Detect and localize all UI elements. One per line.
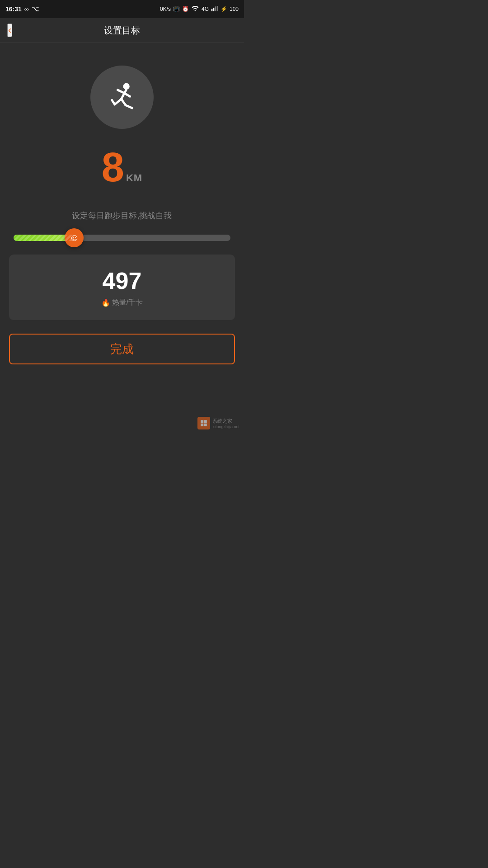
alarm-icon: ⏰ (182, 6, 189, 12)
signal-4g-icon: 4G (202, 6, 209, 12)
vibrate-icon: 📳 (173, 6, 180, 12)
distance-unit: KM (126, 172, 142, 184)
svg-line-9 (112, 100, 115, 104)
runner-icon (104, 79, 140, 115)
calorie-label: 🔥 热量/千卡 (18, 298, 226, 307)
svg-rect-12 (201, 420, 204, 423)
svg-rect-0 (211, 9, 213, 11)
bolt-icon: ⚡ (221, 6, 227, 12)
slider-track[interactable]: ☺ (14, 235, 230, 241)
svg-rect-14 (201, 424, 204, 426)
watermark-text: 系统之家 xitongzhijia.net (212, 418, 239, 429)
slider-fill: ☺ (14, 235, 74, 241)
usb-icon: ⌥ (32, 5, 39, 13)
watermark-site: 系统之家 (212, 418, 239, 425)
svg-line-11 (126, 105, 132, 108)
calorie-card: 497 🔥 热量/千卡 (9, 255, 235, 320)
watermark: 系统之家 xitongzhijia.net (197, 417, 239, 429)
back-chevron-icon: ‹ (8, 24, 11, 36)
svg-rect-3 (217, 6, 218, 11)
signal-bars-icon (211, 5, 218, 13)
calorie-unit: 热量/千卡 (112, 298, 143, 307)
runner-icon-circle (90, 66, 154, 129)
watermark-url: xitongzhijia.net (212, 425, 239, 429)
watermark-logo (197, 417, 210, 429)
slider-thumb[interactable]: ☺ (65, 228, 84, 247)
wifi-icon (191, 5, 199, 13)
distance-slider-container[interactable]: ☺ (9, 235, 235, 241)
smiley-icon: ☺ (69, 232, 79, 244)
svg-rect-2 (215, 6, 216, 11)
main-content: 8 KM 设定每日跑步目标,挑战自我 ☺ 497 🔥 热量/千卡 完成 (0, 43, 244, 373)
calorie-value: 497 (18, 267, 226, 294)
svg-rect-13 (204, 420, 207, 423)
network-speed: 0K/s (160, 6, 171, 12)
distance-value: 8 (102, 147, 124, 188)
time: 16:31 (5, 5, 22, 13)
complete-button[interactable]: 完成 (9, 334, 235, 364)
infinity-icon: ∞ (24, 5, 29, 13)
nav-bar: ‹ 设置目标 (0, 18, 244, 43)
svg-rect-15 (204, 424, 207, 426)
battery-level: 100 (230, 6, 239, 12)
status-right: 0K/s 📳 ⏰ 4G ⚡ 100 (160, 5, 239, 13)
complete-button-label: 完成 (110, 341, 134, 357)
status-left: 16:31 ∞ ⌥ (5, 5, 39, 13)
svg-line-10 (121, 99, 126, 105)
goal-subtitle: 设定每日跑步目标,挑战自我 (72, 210, 172, 221)
distance-display: 8 KM (102, 147, 142, 188)
back-button[interactable]: ‹ (7, 24, 12, 37)
flame-icon: 🔥 (101, 298, 110, 307)
status-bar: 16:31 ∞ ⌥ 0K/s 📳 ⏰ 4G ⚡ 100 (0, 0, 244, 18)
svg-rect-1 (213, 8, 215, 11)
svg-line-8 (115, 99, 121, 104)
page-title: 设置目标 (104, 24, 140, 37)
